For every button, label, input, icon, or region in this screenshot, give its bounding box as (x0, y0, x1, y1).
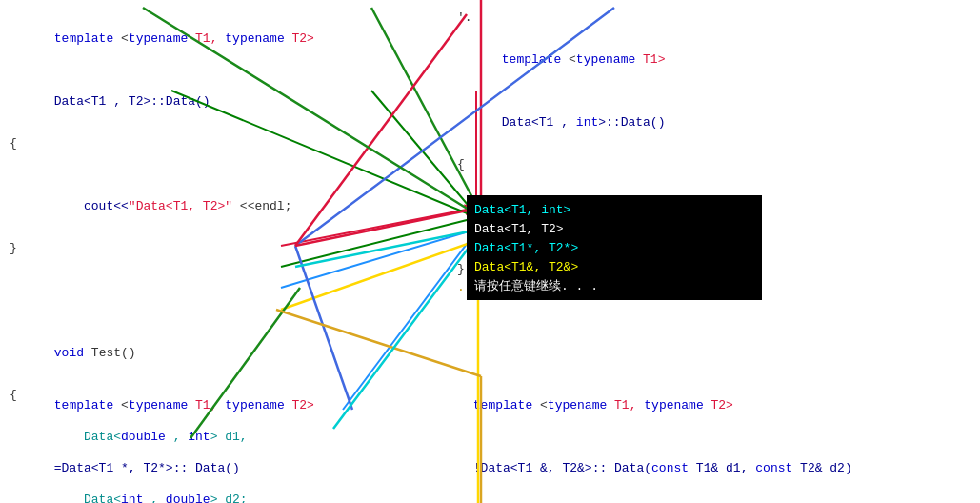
code-line-3: { (10, 133, 438, 154)
code-line-1: template <typename T1, typename T2> (10, 8, 438, 70)
br-line-2: !Data<T1 &, T2&>:: Data(const T1& d1, co… (429, 437, 970, 500)
keyword-template: template (54, 31, 121, 46)
code-line-6: } (10, 238, 438, 259)
code-line-5: cout<<"Data<T1, T2>" <<endl; (10, 175, 438, 238)
terminal-line-2: Data<T1, T2> (474, 220, 754, 239)
terminal-line-3: Data<T1*, T2*> (474, 239, 754, 258)
terminal-line-1: Data<T1, int> (474, 201, 754, 220)
bl-line-2: =Data<T1 *, T2*>:: Data() (10, 437, 410, 500)
terminal-prompt: 请按任意键继续. . . (474, 277, 754, 296)
code-line-8 (10, 280, 438, 301)
terminal-window: Data<T1, int> Data<T1, T2> Data<T1*, T2*… (467, 195, 762, 300)
rcode-line-3: { (457, 154, 970, 175)
br-line-1: template <typename T1, typename T2> (429, 374, 970, 437)
rcode-line-0: '. (457, 8, 970, 29)
terminal-line-4: Data<T1&, T2&> (474, 258, 754, 277)
code-editor: template <typename T1, typename T2> Data… (0, 0, 980, 503)
rcode-line-2: Data<T1 , int>::Data() (457, 91, 970, 154)
keyword-typename1: typename (129, 31, 188, 46)
code-line-9 (10, 301, 438, 322)
bottom-left-panel: template <typename T1, typename T2> =Dat… (0, 367, 419, 503)
rcode-line-4 (457, 175, 970, 196)
bl-line-1: template <typename T1, typename T2> (10, 374, 410, 437)
rcode-line-1: template <typename T1> (457, 29, 970, 91)
code-line-4 (10, 154, 438, 175)
bottom-right-panel: template <typename T1, typename T2> !Dat… (419, 367, 980, 503)
code-line-2: Data<T1 , T2>::Data() (10, 70, 438, 133)
code-line-7 (10, 259, 438, 280)
